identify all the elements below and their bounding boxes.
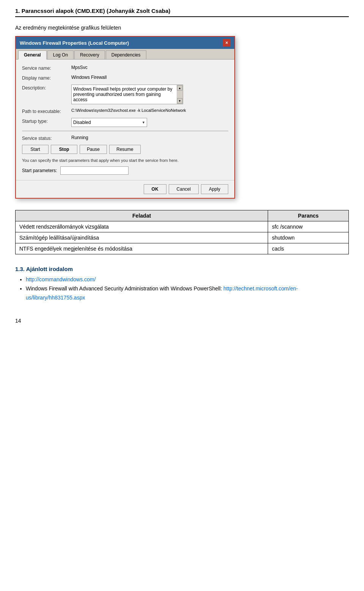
path-label: Path to executable: (22, 108, 71, 114)
start-button[interactable]: Start (22, 145, 49, 154)
description-label: Description: (22, 85, 71, 91)
dialog-tabs: General Log On Recovery Dependencies (16, 49, 234, 60)
divider (22, 131, 228, 131)
dialog-footer: OK Cancel Apply (16, 180, 234, 198)
pause-button[interactable]: Pause (80, 145, 107, 154)
recommended-links-list: http://commandwindows.com/ Windows Firew… (26, 275, 349, 302)
path-row: Path to executable: C:\Windows\system32\… (22, 108, 228, 114)
intro-text: Az eredmény megtekintése grafikus felüle… (15, 25, 349, 31)
description-scrollbar[interactable]: ▲ ▼ (177, 85, 183, 104)
cancel-button[interactable]: Cancel (169, 184, 199, 194)
start-params-input[interactable] (60, 166, 129, 175)
task-cell: NTFS engedélyek megjelenítése és módosít… (16, 243, 268, 254)
task-table: Feladat Parancs Védett rendszerállományo… (15, 210, 349, 254)
dialog-body: Service name: MpsSvc Display name: Windo… (16, 60, 234, 180)
display-name-value: Windows Firewall (71, 75, 107, 80)
description-textbox[interactable]: Windows Firewall helps protect your comp… (71, 85, 183, 104)
scroll-down-arrow[interactable]: ▼ (177, 98, 182, 103)
section-heading: 1.3. Ajánlott irodalom (15, 266, 349, 272)
startup-type-label: Startup type: (22, 118, 71, 124)
description-row: Description: Windows Firewall helps prot… (22, 85, 228, 104)
service-status-value: Running (71, 135, 88, 140)
resume-button[interactable]: Resume (109, 145, 141, 154)
page-header: 1. Parancssori alapok (CMD.EXE) (Johanyá… (15, 8, 349, 17)
command-cell: shutdown (268, 232, 349, 243)
dropdown-arrow-icon: ▼ (142, 121, 145, 124)
service-name-label: Service name: (22, 65, 71, 71)
windows-firewall-dialog: Windows Firewall Properties (Local Compu… (15, 36, 235, 199)
start-params-label: Start parameters: (22, 168, 57, 173)
start-params-note: You can specify the start parameters tha… (22, 158, 228, 163)
list-item-1: http://commandwindows.com/ (26, 275, 349, 284)
start-params-row: Start parameters: (22, 166, 228, 175)
scroll-up-arrow[interactable]: ▲ (177, 85, 182, 91)
service-status-section: Service status: Running Start Stop Pause… (22, 135, 228, 154)
table-row: Védett rendszerállományok vizsgálatasfc … (16, 221, 349, 232)
description-textbox-wrapper: Windows Firewall helps protect your comp… (71, 85, 183, 104)
apply-button[interactable]: Apply (201, 184, 228, 194)
command-cell: cacls (268, 243, 349, 254)
dialog-titlebar: Windows Firewall Properties (Local Compu… (16, 37, 234, 49)
table-row: Számítógép leállítása/újraindításashutdo… (16, 232, 349, 243)
display-name-row: Display name: Windows Firewall (22, 75, 228, 81)
display-name-label: Display name: (22, 75, 71, 81)
dialog-wrapper: Windows Firewall Properties (Local Compu… (15, 36, 349, 199)
stop-button[interactable]: Stop (51, 145, 77, 154)
col-feladat-header: Feladat (16, 210, 268, 221)
dialog-title: Windows Firewall Properties (Local Compu… (20, 40, 129, 46)
service-status-row: Service status: Running (22, 135, 228, 141)
tab-dependencies[interactable]: Dependencies (106, 50, 146, 59)
tab-general[interactable]: General (18, 50, 47, 60)
path-value: C:\Windows\system32\svchost.exe -k Local… (71, 108, 186, 113)
page-number: 14 (15, 318, 349, 324)
service-status-label: Service status: (22, 135, 71, 141)
link-commandwindows[interactable]: http://commandwindows.com/ (26, 276, 96, 282)
ok-button[interactable]: OK (144, 184, 166, 194)
task-cell: Védett rendszerállományok vizsgálata (16, 221, 268, 232)
table-row: NTFS engedélyek megjelenítése és módosít… (16, 243, 349, 254)
tab-recovery[interactable]: Recovery (74, 50, 105, 59)
service-name-row: Service name: MpsSvc (22, 65, 228, 71)
tab-logon[interactable]: Log On (47, 50, 74, 59)
list-item-2: Windows Firewall with Advanced Security … (26, 284, 349, 303)
startup-type-dropdown[interactable]: Disabled ▼ (71, 118, 147, 127)
command-cell: sfc /scannow (268, 221, 349, 232)
startup-type-row: Startup type: Disabled ▼ (22, 118, 228, 127)
service-name-value: MpsSvc (71, 65, 88, 70)
service-buttons-group: Start Stop Pause Resume (22, 145, 228, 154)
col-parancs-header: Parancs (268, 210, 349, 221)
dialog-close-button[interactable]: × (223, 39, 231, 47)
task-cell: Számítógép leállítása/újraindítása (16, 232, 268, 243)
